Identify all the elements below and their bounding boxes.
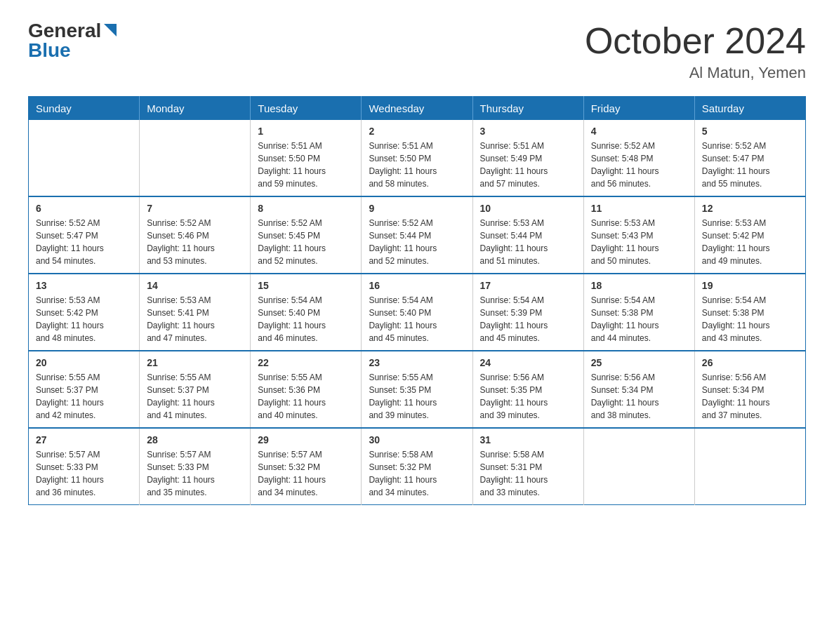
calendar-cell: 27Sunrise: 5:57 AM Sunset: 5:33 PM Dayli… xyxy=(29,428,140,505)
month-title: October 2024 xyxy=(585,21,806,61)
day-info: Sunrise: 5:52 AM Sunset: 5:45 PM Dayligh… xyxy=(258,217,354,267)
calendar-week-row: 20Sunrise: 5:55 AM Sunset: 5:37 PM Dayli… xyxy=(29,351,806,428)
day-number: 31 xyxy=(480,434,576,445)
calendar-week-row: 13Sunrise: 5:53 AM Sunset: 5:42 PM Dayli… xyxy=(29,274,806,351)
calendar-header-wednesday: Wednesday xyxy=(362,97,472,121)
logo-arrow-icon xyxy=(104,24,117,36)
day-number: 2 xyxy=(369,126,465,137)
day-info: Sunrise: 5:55 AM Sunset: 5:36 PM Dayligh… xyxy=(258,371,354,422)
calendar-cell: 31Sunrise: 5:58 AM Sunset: 5:31 PM Dayli… xyxy=(472,428,583,505)
logo: General Blue xyxy=(28,21,117,60)
day-number: 21 xyxy=(147,357,243,368)
calendar-week-row: 6Sunrise: 5:52 AM Sunset: 5:47 PM Daylig… xyxy=(29,196,806,274)
day-info: Sunrise: 5:56 AM Sunset: 5:34 PM Dayligh… xyxy=(591,371,687,422)
day-number: 14 xyxy=(147,280,243,291)
calendar-cell: 2Sunrise: 5:51 AM Sunset: 5:50 PM Daylig… xyxy=(362,120,472,196)
day-number: 30 xyxy=(369,434,465,445)
day-number: 22 xyxy=(258,357,354,368)
day-info: Sunrise: 5:58 AM Sunset: 5:31 PM Dayligh… xyxy=(480,448,576,499)
calendar-header-friday: Friday xyxy=(583,97,694,121)
day-number: 5 xyxy=(702,126,798,137)
calendar-cell: 3Sunrise: 5:51 AM Sunset: 5:49 PM Daylig… xyxy=(472,120,583,196)
calendar-cell xyxy=(583,428,694,505)
day-number: 24 xyxy=(480,357,576,368)
day-number: 28 xyxy=(147,434,243,445)
day-number: 17 xyxy=(480,280,576,291)
day-number: 10 xyxy=(480,203,576,214)
calendar-cell: 9Sunrise: 5:52 AM Sunset: 5:44 PM Daylig… xyxy=(362,196,472,274)
calendar-cell: 7Sunrise: 5:52 AM Sunset: 5:46 PM Daylig… xyxy=(140,196,251,274)
day-info: Sunrise: 5:52 AM Sunset: 5:47 PM Dayligh… xyxy=(36,217,132,267)
day-info: Sunrise: 5:51 AM Sunset: 5:50 PM Dayligh… xyxy=(258,140,354,190)
day-info: Sunrise: 5:52 AM Sunset: 5:44 PM Dayligh… xyxy=(369,217,465,267)
day-number: 13 xyxy=(36,280,132,291)
day-number: 15 xyxy=(258,280,354,291)
day-number: 8 xyxy=(258,203,354,214)
day-info: Sunrise: 5:55 AM Sunset: 5:37 PM Dayligh… xyxy=(36,371,132,422)
calendar-cell: 4Sunrise: 5:52 AM Sunset: 5:48 PM Daylig… xyxy=(583,120,694,196)
page-header: General Blue October 2024 Al Matun, Yeme… xyxy=(28,21,806,82)
calendar-cell: 15Sunrise: 5:54 AM Sunset: 5:40 PM Dayli… xyxy=(251,274,362,351)
day-info: Sunrise: 5:52 AM Sunset: 5:46 PM Dayligh… xyxy=(147,217,243,267)
day-info: Sunrise: 5:54 AM Sunset: 5:38 PM Dayligh… xyxy=(591,294,687,344)
day-info: Sunrise: 5:51 AM Sunset: 5:50 PM Dayligh… xyxy=(369,140,465,190)
calendar-cell: 30Sunrise: 5:58 AM Sunset: 5:32 PM Dayli… xyxy=(362,428,472,505)
day-info: Sunrise: 5:54 AM Sunset: 5:40 PM Dayligh… xyxy=(258,294,354,344)
calendar-cell: 23Sunrise: 5:55 AM Sunset: 5:35 PM Dayli… xyxy=(362,351,472,428)
day-info: Sunrise: 5:56 AM Sunset: 5:34 PM Dayligh… xyxy=(702,371,798,422)
calendar-cell xyxy=(694,428,805,505)
day-info: Sunrise: 5:57 AM Sunset: 5:32 PM Dayligh… xyxy=(258,448,354,499)
calendar-cell: 17Sunrise: 5:54 AM Sunset: 5:39 PM Dayli… xyxy=(472,274,583,351)
day-number: 3 xyxy=(480,126,576,137)
calendar-cell: 12Sunrise: 5:53 AM Sunset: 5:42 PM Dayli… xyxy=(694,196,805,274)
calendar-week-row: 1Sunrise: 5:51 AM Sunset: 5:50 PM Daylig… xyxy=(29,120,806,196)
day-number: 26 xyxy=(702,357,798,368)
calendar-cell: 16Sunrise: 5:54 AM Sunset: 5:40 PM Dayli… xyxy=(362,274,472,351)
calendar-cell: 26Sunrise: 5:56 AM Sunset: 5:34 PM Dayli… xyxy=(694,351,805,428)
calendar-cell: 29Sunrise: 5:57 AM Sunset: 5:32 PM Dayli… xyxy=(251,428,362,505)
calendar-header-sunday: Sunday xyxy=(29,97,140,121)
day-number: 29 xyxy=(258,434,354,445)
day-number: 12 xyxy=(702,203,798,214)
calendar-cell: 22Sunrise: 5:55 AM Sunset: 5:36 PM Dayli… xyxy=(251,351,362,428)
calendar-cell xyxy=(29,120,140,196)
calendar-cell: 10Sunrise: 5:53 AM Sunset: 5:44 PM Dayli… xyxy=(472,196,583,274)
day-number: 1 xyxy=(258,126,354,137)
calendar-cell: 8Sunrise: 5:52 AM Sunset: 5:45 PM Daylig… xyxy=(251,196,362,274)
svg-marker-0 xyxy=(104,24,117,36)
day-info: Sunrise: 5:52 AM Sunset: 5:47 PM Dayligh… xyxy=(702,140,798,190)
calendar-table: SundayMondayTuesdayWednesdayThursdayFrid… xyxy=(28,96,806,505)
day-info: Sunrise: 5:51 AM Sunset: 5:49 PM Dayligh… xyxy=(480,140,576,190)
day-number: 18 xyxy=(591,280,687,291)
day-number: 16 xyxy=(369,280,465,291)
calendar-header-row: SundayMondayTuesdayWednesdayThursdayFrid… xyxy=(29,97,806,121)
day-info: Sunrise: 5:55 AM Sunset: 5:35 PM Dayligh… xyxy=(369,371,465,422)
calendar-cell: 28Sunrise: 5:57 AM Sunset: 5:33 PM Dayli… xyxy=(140,428,251,505)
calendar-cell: 20Sunrise: 5:55 AM Sunset: 5:37 PM Dayli… xyxy=(29,351,140,428)
calendar-cell: 11Sunrise: 5:53 AM Sunset: 5:43 PM Dayli… xyxy=(583,196,694,274)
calendar-cell: 18Sunrise: 5:54 AM Sunset: 5:38 PM Dayli… xyxy=(583,274,694,351)
day-info: Sunrise: 5:53 AM Sunset: 5:42 PM Dayligh… xyxy=(36,294,132,344)
day-number: 6 xyxy=(36,203,132,214)
day-info: Sunrise: 5:54 AM Sunset: 5:38 PM Dayligh… xyxy=(702,294,798,344)
day-info: Sunrise: 5:53 AM Sunset: 5:42 PM Dayligh… xyxy=(702,217,798,267)
calendar-cell: 14Sunrise: 5:53 AM Sunset: 5:41 PM Dayli… xyxy=(140,274,251,351)
calendar-header-saturday: Saturday xyxy=(694,97,805,121)
day-info: Sunrise: 5:57 AM Sunset: 5:33 PM Dayligh… xyxy=(147,448,243,499)
day-number: 7 xyxy=(147,203,243,214)
calendar-header-tuesday: Tuesday xyxy=(251,97,362,121)
day-info: Sunrise: 5:56 AM Sunset: 5:35 PM Dayligh… xyxy=(480,371,576,422)
day-number: 4 xyxy=(591,126,687,137)
day-number: 23 xyxy=(369,357,465,368)
day-number: 25 xyxy=(591,357,687,368)
logo-general-text: General xyxy=(28,21,101,41)
day-info: Sunrise: 5:53 AM Sunset: 5:43 PM Dayligh… xyxy=(591,217,687,267)
day-info: Sunrise: 5:55 AM Sunset: 5:37 PM Dayligh… xyxy=(147,371,243,422)
day-number: 9 xyxy=(369,203,465,214)
calendar-cell: 6Sunrise: 5:52 AM Sunset: 5:47 PM Daylig… xyxy=(29,196,140,274)
day-info: Sunrise: 5:54 AM Sunset: 5:40 PM Dayligh… xyxy=(369,294,465,344)
day-info: Sunrise: 5:53 AM Sunset: 5:41 PM Dayligh… xyxy=(147,294,243,344)
logo-blue-text: Blue xyxy=(28,41,71,60)
day-number: 11 xyxy=(591,203,687,214)
calendar-cell: 24Sunrise: 5:56 AM Sunset: 5:35 PM Dayli… xyxy=(472,351,583,428)
